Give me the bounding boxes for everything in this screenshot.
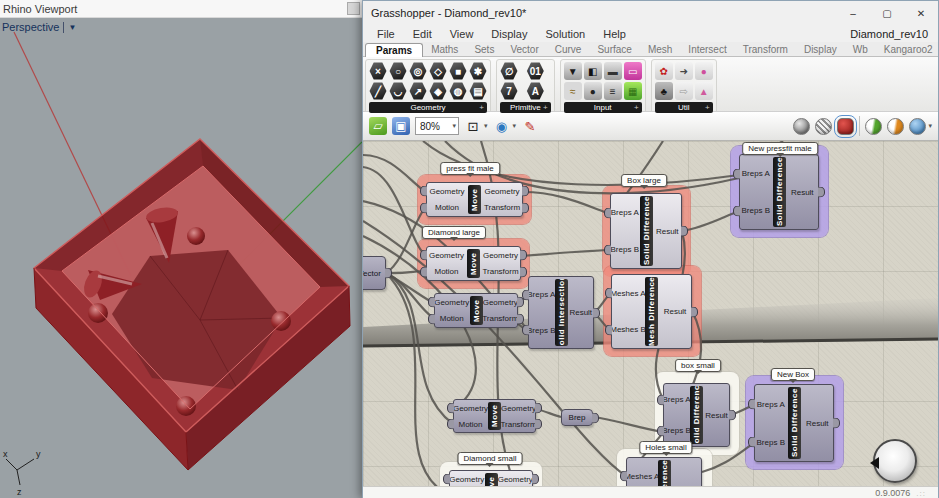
move-component-diamond-large[interactable]: GeometryMotionMoveGeometryTransform bbox=[426, 246, 521, 281]
group-label-bubble[interactable]: New pressfit male bbox=[742, 142, 818, 155]
solid-difference-new-pressfit-male[interactable]: Breps ABreps BSolid DifferenceResult bbox=[739, 154, 819, 230]
wire[interactable] bbox=[702, 443, 754, 472]
output-result[interactable]: Result bbox=[659, 307, 691, 316]
tab-display[interactable]: Display bbox=[796, 44, 845, 56]
input-meshes-a[interactable]: Meshes A bbox=[612, 289, 644, 298]
jump-icon[interactable]: ⇨ bbox=[675, 82, 693, 100]
curve-param-icon[interactable]: ◡ bbox=[389, 82, 407, 100]
gh-canvas[interactable]: Holes large GeometryMotionMoveGeometryTr… bbox=[363, 141, 938, 486]
tab-intersect[interactable]: Intersect bbox=[680, 44, 734, 56]
mesh-difference-holes-large[interactable]: Meshes AMeshes BMesh DifferenceResult bbox=[611, 274, 692, 349]
input-breps-b[interactable]: Breps B bbox=[611, 245, 639, 254]
solid-difference-new-box[interactable]: Breps ABreps BSolid DifferenceResult bbox=[754, 384, 834, 462]
sketch-tool-icon[interactable]: ✎ bbox=[521, 117, 539, 135]
input-meshes-a[interactable]: Meshes A bbox=[627, 472, 657, 481]
preview-baked-icon[interactable] bbox=[887, 118, 904, 135]
input-geometry[interactable]: Geometry bbox=[427, 251, 466, 260]
output-result[interactable]: Result bbox=[654, 227, 682, 236]
close-button[interactable]: ✕ bbox=[904, 1, 938, 25]
tab-mesh[interactable]: Mesh bbox=[640, 44, 680, 56]
preview-visibility-icon[interactable]: ◉ bbox=[493, 117, 511, 135]
minimize-button[interactable]: – bbox=[836, 1, 870, 25]
preview-hidden-icon[interactable] bbox=[793, 118, 810, 135]
input-breps-b[interactable]: Breps B bbox=[740, 206, 772, 215]
tab-params[interactable]: Params bbox=[365, 43, 423, 57]
cluster-icon[interactable]: ▲ bbox=[695, 82, 713, 100]
group-label-bubble[interactable]: Diamond large bbox=[422, 226, 486, 239]
solid-intersection-component[interactable]: Breps ABreps BSolid IntersectionResult bbox=[528, 276, 594, 349]
preview-wireframe-icon[interactable] bbox=[815, 118, 832, 135]
group-param-icon[interactable]: ▤ bbox=[469, 82, 487, 100]
display-settings-icon-caret[interactable]: ▾ bbox=[928, 122, 932, 130]
preview-visibility-icon-caret[interactable]: ▾ bbox=[513, 122, 517, 130]
input-geometry[interactable]: Geometry bbox=[454, 404, 487, 413]
navigation-compass[interactable] bbox=[873, 439, 917, 483]
text-param-icon[interactable]: A bbox=[526, 82, 544, 100]
input-breps-a[interactable]: Breps A bbox=[755, 400, 787, 409]
output-geometry[interactable]: Geometry bbox=[481, 251, 520, 260]
ribbon-group-expand-icon[interactable]: + bbox=[479, 103, 484, 112]
wire[interactable] bbox=[593, 417, 663, 432]
rhino-viewport[interactable]: Rhino Viewport Perspective ▼ bbox=[0, 0, 362, 498]
geometry-param-icon[interactable]: × bbox=[369, 62, 387, 80]
preview-shaded-icon[interactable] bbox=[837, 118, 854, 135]
window-titlebar[interactable]: Grasshopper - Diamond_rev10* – ▢ ✕ bbox=[363, 1, 938, 25]
menu-file[interactable]: File bbox=[369, 27, 403, 41]
tab-sets[interactable]: Sets bbox=[466, 44, 502, 56]
input-motion[interactable]: Motion bbox=[427, 203, 467, 212]
relay-icon[interactable]: ➜ bbox=[675, 62, 693, 80]
preview-selected-icon[interactable] bbox=[865, 118, 882, 135]
knob-icon[interactable]: ● bbox=[584, 82, 602, 100]
output-result[interactable]: Result bbox=[787, 188, 819, 197]
output-geometry[interactable]: Geometry bbox=[484, 298, 518, 307]
field-param-icon[interactable]: ✱ bbox=[469, 62, 487, 80]
tab-maths[interactable]: Maths bbox=[423, 44, 466, 56]
display-settings-icon[interactable] bbox=[909, 118, 926, 135]
tab-wb[interactable]: Wb bbox=[845, 44, 876, 56]
mesh-param-icon[interactable]: ◍ bbox=[449, 82, 467, 100]
twisted-box-param-icon[interactable]: ◈ bbox=[429, 82, 447, 100]
resize-grip[interactable]: .:: bbox=[916, 489, 926, 498]
menu-display[interactable]: Display bbox=[483, 27, 535, 41]
surface-param-icon[interactable]: ◎ bbox=[409, 62, 427, 80]
red-box-model[interactable] bbox=[34, 139, 350, 470]
input-geometry[interactable]: Geometry bbox=[427, 187, 467, 196]
input-geometry[interactable]: Geometry bbox=[450, 475, 484, 484]
tab-vector[interactable]: Vector bbox=[502, 44, 546, 56]
output-result[interactable]: Result bbox=[704, 411, 729, 420]
zoom-extents-icon-caret[interactable]: ▾ bbox=[484, 122, 488, 130]
menu-solution[interactable]: Solution bbox=[537, 27, 593, 41]
brep-param[interactable]: Brep bbox=[561, 409, 593, 426]
input-motion[interactable]: Motion bbox=[454, 420, 487, 429]
vector-param-icon[interactable]: ↗ bbox=[409, 82, 427, 100]
tab-transform[interactable]: Transform bbox=[735, 44, 796, 56]
output-geometry[interactable]: Geometry bbox=[482, 187, 522, 196]
rhino-titlebar-button[interactable] bbox=[347, 2, 360, 15]
vector-param[interactable]: Vector bbox=[363, 256, 386, 290]
tab-curve[interactable]: Curve bbox=[547, 44, 590, 56]
viewport-mode-caret-icon[interactable]: ▼ bbox=[68, 23, 76, 32]
data-dam-icon[interactable]: ♣ bbox=[655, 82, 673, 100]
menu-view[interactable]: View bbox=[442, 27, 482, 41]
ribbon-group-expand-icon[interactable]: + bbox=[543, 103, 548, 112]
box-param-icon[interactable]: ■ bbox=[449, 62, 467, 80]
wire[interactable] bbox=[521, 250, 610, 256]
move-component-press-fit-male[interactable]: GeometryMotionMoveGeometryTransform bbox=[426, 182, 523, 217]
zoom-level-select[interactable]: 80%▾ bbox=[415, 117, 459, 135]
output-transform[interactable]: Transform bbox=[481, 267, 520, 276]
galapagos-icon[interactable]: ● bbox=[695, 62, 713, 80]
input-breps-b[interactable]: Breps B bbox=[529, 326, 554, 335]
input-motion[interactable]: Motion bbox=[427, 267, 466, 276]
output-transform[interactable]: Transform bbox=[482, 203, 522, 212]
group-label-bubble[interactable]: Box large bbox=[621, 174, 667, 187]
wire[interactable] bbox=[363, 155, 426, 192]
ribbon-group-expand-icon[interactable]: + bbox=[705, 103, 710, 112]
mesh-difference-holes-small[interactable]: Meshes AMeshes BMesh DifferenceResult bbox=[626, 457, 702, 486]
input-geometry[interactable]: Geometry bbox=[435, 298, 469, 307]
colour-swatch-icon[interactable]: ▦ bbox=[624, 82, 642, 100]
tab-kangaroo2[interactable]: Kangaroo2 bbox=[876, 44, 939, 56]
output-result[interactable]: Result bbox=[569, 308, 594, 317]
point-param-icon[interactable]: ╱ bbox=[369, 82, 387, 100]
tab-surface[interactable]: Surface bbox=[589, 44, 639, 56]
zoom-extents-icon[interactable]: ⊡ bbox=[464, 117, 482, 135]
